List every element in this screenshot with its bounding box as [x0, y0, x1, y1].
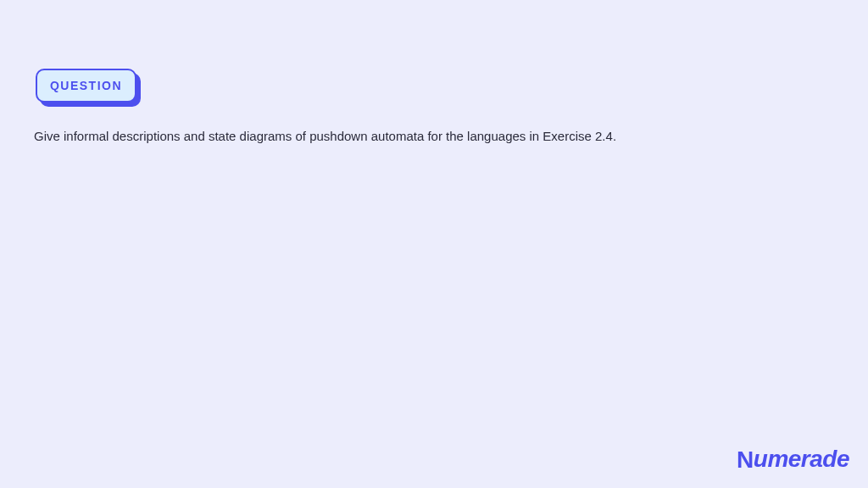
- logo-letter-n: N: [737, 446, 754, 474]
- question-badge-label: QUESTION: [50, 79, 122, 92]
- question-text: Give informal descriptions and state dia…: [34, 127, 834, 147]
- brand-logo: Numerade: [737, 446, 849, 473]
- question-badge: QUESTION: [36, 69, 136, 103]
- question-badge-container: QUESTION: [36, 69, 136, 103]
- logo-text-rest: umerade: [754, 446, 849, 472]
